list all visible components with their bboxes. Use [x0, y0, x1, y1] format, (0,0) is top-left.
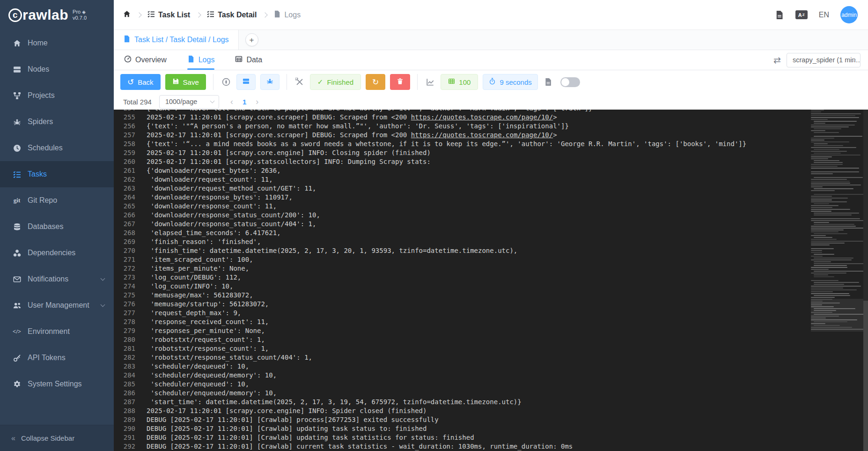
scrollbar-thumb[interactable]	[863, 301, 868, 451]
log-line: 273 'log_count/DEBUG': 112,	[114, 273, 807, 282]
log-line: 280 'robotstxt/request_count': 1,	[114, 335, 807, 344]
save-button[interactable]: Save	[165, 74, 206, 90]
log-line: 257 2025-02-17 11:20:01 [scrapy.core.scr…	[114, 131, 807, 140]
line-text: 'scheduler/enqueued/memory': 10,	[147, 389, 277, 398]
sidebar-item-environment[interactable]: </> Environment	[0, 318, 114, 345]
document-icon[interactable]	[775, 10, 784, 20]
line-number: 286	[114, 389, 135, 398]
minimap-line	[814, 325, 840, 326]
breadcrumb-task-detail[interactable]: Task Detail	[207, 10, 257, 20]
node-button[interactable]	[236, 74, 256, 90]
sidebar-item-git-repo[interactable]: git Git Repo	[0, 187, 114, 214]
minimap-line	[814, 149, 839, 150]
line-text: 'downloader/response_status_count/200': …	[147, 211, 320, 220]
spider-button[interactable]	[260, 74, 280, 90]
tab-logs[interactable]: Logs	[187, 50, 215, 70]
minimap-line	[811, 196, 832, 197]
minimap-line	[811, 291, 833, 292]
minimap-line	[811, 110, 824, 111]
app-logo[interactable]: crawlab Pro ◈ v0.7.0	[0, 0, 114, 30]
language-switcher[interactable]: EN	[819, 11, 829, 19]
collapse-sidebar-button[interactable]: « Collapse Sidebar	[0, 425, 114, 451]
breadcrumb-logs[interactable]: Logs	[273, 10, 301, 20]
line-number: 256	[114, 122, 135, 131]
line-number: 260	[114, 157, 135, 166]
file-icon	[123, 35, 131, 44]
line-text: 'request_depth_max': 9,	[147, 309, 241, 318]
spiders-icon	[13, 118, 21, 126]
compass-icon[interactable]	[221, 78, 232, 86]
log-console[interactable]: 254 {'text': '"Never tell the truth to p…	[114, 110, 868, 451]
spider-select[interactable]: scrapy_spider (1 min…	[787, 53, 861, 67]
sidebar: crawlab Pro ◈ v0.7.0 Home Nodes Projects…	[0, 0, 114, 451]
sidebar-item-databases[interactable]: Databases	[0, 214, 114, 240]
minimap-line	[811, 329, 863, 330]
log-line: 265 'downloader/response_count': 11,	[114, 202, 807, 211]
minimap-line	[811, 207, 832, 208]
sidebar-item-dependencies[interactable]: Dependencies	[0, 240, 114, 266]
log-line: 292 DEBUG [2025-02-17 11:20:01] [Crawlab…	[114, 442, 807, 451]
sidebar-item-system-settings[interactable]: System Settings	[0, 371, 114, 397]
log-link[interactable]: https://quotes.toscrape.com/page/10/	[411, 113, 553, 121]
toggle-knob	[561, 78, 569, 86]
line-number: 269	[114, 237, 135, 246]
minimap-line	[811, 280, 839, 281]
sidebar-item-user-management[interactable]: User Management	[0, 292, 114, 318]
tools-icon[interactable]	[294, 78, 305, 86]
divider	[287, 74, 287, 90]
header-actions: AZ EN admin	[775, 6, 858, 23]
logo-c-mark: c	[8, 8, 22, 22]
line-text: 2025-02-17 11:20:01 [scrapy.core.scraper…	[147, 131, 557, 140]
page-size-select[interactable]: 1000/page	[159, 95, 219, 109]
add-tab-button[interactable]: +	[245, 33, 258, 46]
minimap-line	[811, 126, 849, 127]
minimap-line	[811, 115, 855, 116]
avatar[interactable]: admin	[840, 6, 858, 23]
minimap-line	[811, 228, 863, 229]
line-number: 283	[114, 362, 135, 371]
delete-button[interactable]	[390, 74, 410, 90]
line-chart-icon[interactable]	[425, 78, 436, 86]
breadcrumb-task-list[interactable]: Task List	[147, 10, 190, 20]
log-file-icon[interactable]	[543, 78, 554, 86]
sidebar-item-schedules[interactable]: Schedules	[0, 135, 114, 161]
minimap-line	[814, 213, 859, 214]
swap-icon[interactable]: ⇄	[773, 55, 781, 66]
sidebar-item-home[interactable]: Home	[0, 30, 114, 56]
minimap-line	[811, 293, 849, 294]
tab-task-list-detail-logs[interactable]: Task List / Task Detail / Logs	[114, 30, 239, 50]
duration-button[interactable]: 9 seconds	[483, 74, 537, 90]
sidebar-item-api-tokens[interactable]: API Tokens	[0, 345, 114, 371]
sidebar-item-tasks[interactable]: Tasks	[0, 161, 114, 187]
sidebar-item-notifications[interactable]: Notifications	[0, 266, 114, 292]
prev-page-button[interactable]: ‹	[230, 97, 233, 106]
line-number: 281	[114, 344, 135, 353]
log-link[interactable]: https://quotes.toscrape.com/page/10/	[411, 131, 553, 139]
restart-button[interactable]: ↻	[366, 74, 385, 90]
auto-update-toggle[interactable]	[560, 77, 580, 87]
minimap-line	[814, 265, 847, 266]
line-number: 263	[114, 184, 135, 193]
minimap-line	[811, 171, 859, 172]
tab-data[interactable]: Data	[235, 50, 262, 70]
scrollbar[interactable]	[863, 110, 868, 451]
minimap-line	[814, 203, 829, 204]
results-count-button[interactable]: 100	[441, 74, 478, 90]
minimap-line	[814, 276, 834, 277]
sidebar-item-spiders[interactable]: Spiders	[0, 109, 114, 135]
next-page-button[interactable]: ›	[256, 97, 258, 106]
stopwatch-icon	[489, 78, 496, 86]
line-text: {'text': '"Never tell the truth to peopl…	[147, 110, 592, 113]
sidebar-item-projects[interactable]: Projects	[0, 82, 114, 109]
translate-icon[interactable]: AZ	[795, 10, 808, 19]
log-line: 268 'elapsed_time_seconds': 6.417621,	[114, 229, 807, 237]
minimap[interactable]	[811, 110, 863, 451]
breadcrumb-home[interactable]	[123, 10, 131, 20]
tab-overview[interactable]: Overview	[124, 50, 167, 70]
current-page-button[interactable]: 1	[243, 98, 246, 106]
back-button[interactable]: ↺Back	[120, 74, 161, 90]
minimap-line	[811, 267, 847, 268]
status-finished-badge[interactable]: ✓Finished	[310, 74, 361, 90]
sidebar-item-nodes[interactable]: Nodes	[0, 56, 114, 82]
minimap-line	[811, 158, 828, 159]
